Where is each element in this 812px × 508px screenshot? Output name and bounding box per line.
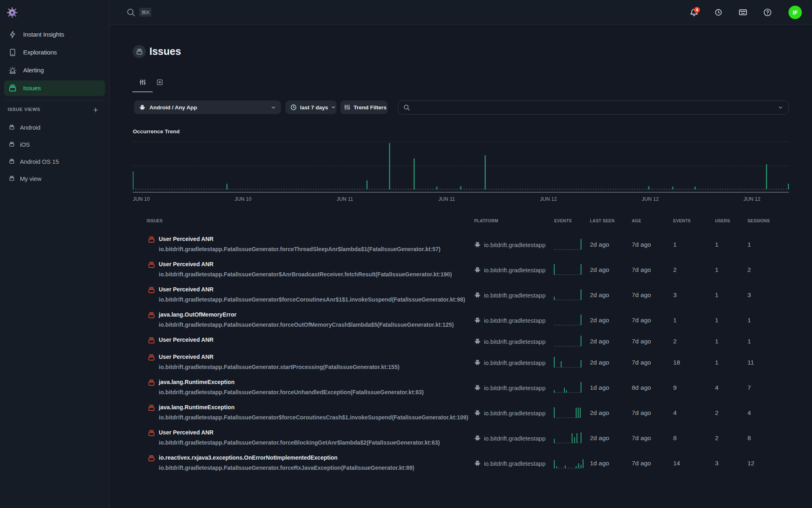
svg-text:JUN 11: JUN 11 — [337, 196, 353, 202]
svg-text:JUN 12: JUN 12 — [743, 196, 760, 202]
svg-text:JUN 12: JUN 12 — [540, 196, 557, 202]
svg-text:JUN 11: JUN 11 — [438, 196, 455, 202]
svg-text:JUN 10: JUN 10 — [133, 196, 150, 202]
svg-text:JUN 10: JUN 10 — [235, 196, 252, 202]
svg-text:JUN 12: JUN 12 — [642, 196, 659, 202]
